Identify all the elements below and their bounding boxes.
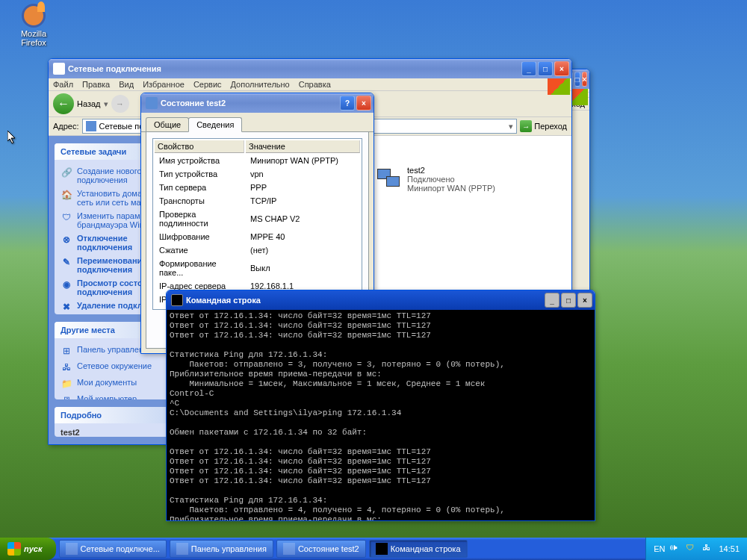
system-tray[interactable]: EN 🕪 🛡 🖧 14:51 [645, 538, 747, 560]
cmd-icon [376, 543, 388, 555]
back-button[interactable]: ← [53, 93, 74, 114]
language-indicator[interactable]: EN [654, 544, 665, 553]
place-network[interactable]: 🖧Сетевое окружение [61, 359, 179, 376]
terminal-output[interactable]: Ответ от 172.16.1.34: число байт=32 врем… [167, 310, 595, 520]
connection-icon [146, 97, 158, 109]
prop-name: Проверка подлинности [155, 208, 244, 229]
tray-network-icon[interactable]: 🖧 [702, 543, 714, 555]
go-icon: → [520, 120, 532, 132]
go-label: Переход [534, 122, 567, 131]
windows-logo-icon [7, 542, 21, 556]
prop-value: vpn [246, 168, 360, 180]
menu-edit[interactable]: Правка [82, 80, 110, 89]
taskbar-button-cmd[interactable]: Командная строка [369, 540, 468, 558]
status-icon: ◉ [61, 279, 72, 290]
prop-name: Сжатие [155, 244, 244, 256]
window-title: Сетевые подключения [68, 64, 161, 73]
menu-view[interactable]: Вид [119, 80, 134, 89]
close-button[interactable]: × [356, 96, 371, 111]
minimize-button[interactable]: _ [545, 293, 560, 308]
titlebar[interactable]: Сетевые подключения _ □ × [49, 59, 571, 78]
col-property[interactable]: Свойство [155, 140, 244, 153]
menu-tools[interactable]: Сервис [193, 80, 222, 89]
desktop-icon-firefox[interactable]: Mozilla Firefox [7, 4, 60, 47]
chevron-down-icon[interactable]: ▾ [104, 99, 108, 109]
tab-details[interactable]: Сведения [188, 117, 242, 132]
control-panel-icon: ⊞ [61, 345, 72, 357]
property-row[interactable]: Формирование паке...Выкл [155, 258, 360, 279]
property-list[interactable]: Свойство Значение Имя устройстваМинипорт… [152, 138, 362, 310]
prop-name: Транспорты [155, 195, 244, 207]
maximize-button[interactable]: □ [538, 61, 553, 76]
prop-value: Выкл [246, 258, 360, 279]
cmd-icon [171, 294, 183, 306]
window-cmd[interactable]: Командная строка _ □ × Ответ от 172.16.1… [166, 290, 595, 521]
network-icon [53, 63, 65, 75]
place-computer[interactable]: 🖥Мой компьютер [61, 392, 179, 400]
network-icon [66, 543, 78, 555]
help-button[interactable]: ? [340, 96, 355, 111]
prop-name: Тип устройства [155, 168, 244, 180]
tray-sound-icon[interactable]: 🕪 [669, 543, 681, 555]
menu-help[interactable]: Справка [299, 80, 331, 89]
taskbar-button-control-panel[interactable]: Панель управления [170, 540, 273, 558]
shield-icon: 🛡 [61, 211, 72, 223]
address-label: Адрес: [53, 122, 79, 131]
connection-name: test2 [407, 166, 495, 175]
desktop-icon-label: Mozilla Firefox [7, 29, 60, 47]
disconnect-icon: ⊗ [61, 234, 72, 246]
close-button[interactable]: × [582, 72, 588, 87]
taskbar-button-network[interactable]: Сетевые подключе... [59, 540, 167, 558]
property-row[interactable]: ШифрованиеMPPE 40 [155, 231, 360, 243]
menu-file[interactable]: Файл [53, 80, 73, 89]
close-button[interactable]: × [577, 293, 592, 308]
property-row[interactable]: ТранспортыTCP/IP [155, 195, 360, 207]
col-value[interactable]: Значение [246, 140, 360, 153]
property-row[interactable]: Имя устройстваМинипорт WAN (PPTP) [155, 155, 360, 167]
connection-item-test2[interactable]: test2 Подключено Минипорт WAN (PPTP) [407, 166, 495, 193]
sidebar-details-header[interactable]: Подробно ⦿ [55, 407, 185, 423]
prop-value: TCP/IP [246, 195, 360, 207]
prop-value: MPPE 40 [246, 231, 360, 243]
property-row[interactable]: Тип сервераPPP [155, 181, 360, 193]
tray-shield-icon[interactable]: 🛡 [686, 543, 698, 555]
start-button[interactable]: пуск [0, 538, 56, 560]
titlebar[interactable]: Командная строка _ □ × [167, 290, 595, 310]
maximize-button[interactable]: □ [561, 293, 576, 308]
property-row[interactable]: Тип устройстваvpn [155, 168, 360, 180]
sidebar-details-box: Подробно ⦿ test2 [55, 407, 185, 437]
prop-name: Имя устройства [155, 155, 244, 167]
minimize-button[interactable]: _ [521, 61, 536, 76]
connection-icon [377, 169, 401, 188]
clock[interactable]: 14:51 [719, 544, 740, 553]
forward-button[interactable]: → [111, 95, 129, 113]
xp-flag-icon [548, 78, 570, 95]
titlebar[interactable]: Состояние test2 ? × [141, 93, 374, 113]
window-title: Состояние test2 [161, 99, 226, 108]
prop-name: Тип сервера [155, 181, 244, 193]
taskbar-button-status[interactable]: Состояние test2 [276, 540, 366, 558]
control-panel-icon [176, 543, 188, 555]
connection-state: Подключено [407, 175, 495, 184]
rename-icon: ✎ [61, 256, 72, 268]
prop-value: Минипорт WAN (PPTP) [246, 155, 360, 167]
firefox-icon [22, 4, 46, 28]
go-button[interactable]: → Переход [520, 120, 567, 132]
tab-general[interactable]: Общие [146, 117, 189, 131]
network-icon: 🖧 [61, 361, 72, 373]
dropdown-icon[interactable]: ▾ [509, 122, 513, 131]
menubar[interactable]: Файл Правка Вид Избранное Сервис Дополни… [49, 78, 571, 91]
menu-advanced[interactable]: Дополнительно [231, 80, 290, 89]
property-row[interactable]: Сжатие(нет) [155, 244, 360, 256]
tabs: Общие Сведения [141, 113, 374, 132]
computer-icon: 🖥 [61, 394, 72, 400]
maximize-button[interactable]: □ [574, 72, 580, 87]
prop-value: PPP [246, 181, 360, 193]
home-icon: 🏠 [61, 189, 72, 201]
folder-icon: 📁 [61, 378, 72, 390]
property-row[interactable]: Проверка подлинностиMS CHAP V2 [155, 208, 360, 229]
close-button[interactable]: × [554, 61, 569, 76]
details-name: test2 [61, 428, 179, 437]
place-documents[interactable]: 📁Мои документы [61, 376, 179, 392]
menu-favorites[interactable]: Избранное [143, 80, 185, 89]
